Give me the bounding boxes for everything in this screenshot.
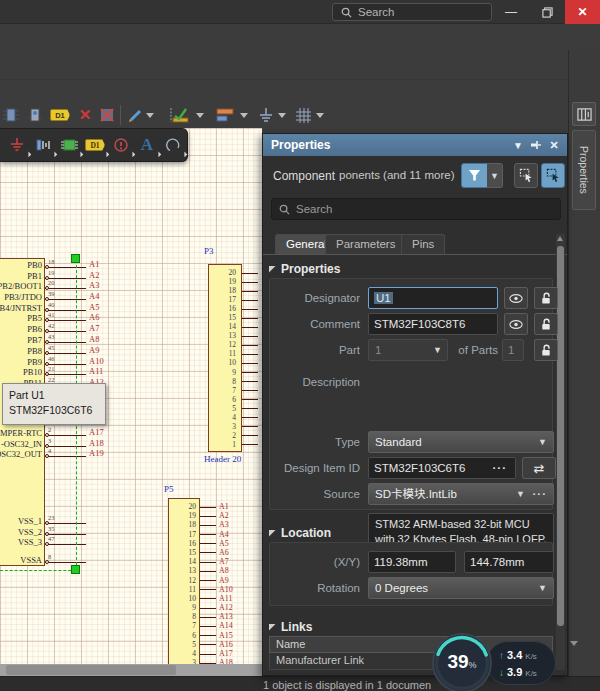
scrollbar-thumb[interactable] <box>6 665 176 675</box>
sheet-symbol-icon[interactable] <box>214 105 236 125</box>
filter-button[interactable] <box>461 163 488 188</box>
p3-pin-row[interactable]: 18 <box>208 286 262 295</box>
p5-pin-row[interactable]: 10 A11 <box>168 594 262 603</box>
network-speed-pill[interactable]: ↑ 3.4 K/s ↓ 3.9 K/s <box>486 641 556 685</box>
p3-pin-row[interactable]: 17 <box>208 295 262 304</box>
panel-close-icon[interactable]: ✕ <box>547 138 561 152</box>
p5-pin-row[interactable]: 7 A14 <box>168 621 262 630</box>
selection-handle[interactable] <box>71 565 80 574</box>
p5-pin-row[interactable]: 16 A5 <box>168 539 262 548</box>
design-item-id-input[interactable]: STM32F103C6T6 ··· <box>368 457 516 479</box>
panels-icon[interactable] <box>572 102 596 126</box>
y-input[interactable]: 144.78mm <box>464 551 554 573</box>
p3-pin-row[interactable]: 1 <box>208 440 262 449</box>
p3-pin-row[interactable]: 15 <box>208 313 262 322</box>
wire-caret-icon[interactable] <box>146 105 154 125</box>
part-icon[interactable] <box>56 132 82 158</box>
battery-icon[interactable] <box>30 132 56 158</box>
part-b-icon[interactable] <box>26 105 44 125</box>
p5-connector[interactable]: P5 20 A1 19 A2 <box>156 484 262 664</box>
measure-caret-icon[interactable] <box>196 105 204 125</box>
grid-caret-icon[interactable] <box>316 105 324 125</box>
panel-header[interactable]: Properties ▼ ✕ <box>263 134 567 156</box>
p3-pin-row[interactable]: 19 <box>208 277 262 286</box>
swap-variant-button[interactable]: ⇄ <box>522 457 556 479</box>
u1-pin-row[interactable]: VSS_3 47 <box>0 537 130 548</box>
part-lock-button[interactable] <box>534 339 558 361</box>
scope-label[interactable]: ponents (and 11 more) <box>339 169 455 181</box>
designator-input[interactable]: U1 <box>368 287 498 309</box>
panel-menu-caret-icon[interactable]: ▼ <box>511 138 525 152</box>
p5-pin-row[interactable]: 17 A4 <box>168 530 262 539</box>
designator-d1-icon[interactable]: D1 <box>48 105 72 125</box>
p5-pin-row[interactable]: 4 A17 <box>168 649 262 658</box>
p3-connector[interactable]: P3 20 19 18 <box>196 246 262 460</box>
selection-handle[interactable] <box>71 254 80 263</box>
p5-pin-row[interactable]: 9 A12 <box>168 603 262 612</box>
text-string-icon[interactable]: A <box>134 132 160 158</box>
p3-pin-row[interactable]: 10 <box>208 358 262 367</box>
p3-pin-row[interactable]: 13 <box>208 331 262 340</box>
p3-pin-row[interactable]: 2 <box>208 431 262 440</box>
close-button[interactable]: ✕ <box>565 0 600 24</box>
p5-pin-row[interactable]: 12 A9 <box>168 576 262 585</box>
designator-visibility-button[interactable] <box>504 287 528 309</box>
p3-pin-row[interactable]: 14 <box>208 322 262 331</box>
p3-pin-row[interactable]: 6 <box>208 395 262 404</box>
gnd-power-port-icon[interactable] <box>4 132 30 158</box>
p5-pin-row[interactable]: 19 A2 <box>168 511 262 520</box>
p5-pin-row[interactable]: 14 A7 <box>168 557 262 566</box>
rail-dropdown-caret-icon[interactable] <box>570 641 578 646</box>
type-dropdown[interactable]: Standard ▼ <box>368 431 554 453</box>
section-links[interactable]: Links <box>269 620 312 634</box>
p5-pin-row[interactable]: 13 A8 <box>168 566 262 575</box>
p5-pin-row[interactable]: 6 A15 <box>168 631 262 640</box>
grid-icon[interactable] <box>292 105 314 125</box>
horizontal-scrollbar[interactable] <box>0 664 262 676</box>
p3-pin-row[interactable]: 9 <box>208 368 262 377</box>
p5-pin-row[interactable]: 8 A13 <box>168 612 262 621</box>
p5-pin-row[interactable]: 15 A6 <box>168 548 262 557</box>
p3-pin-row[interactable]: 4 <box>208 413 262 422</box>
panel-pin-icon[interactable] <box>529 138 543 152</box>
arc-icon[interactable] <box>160 132 186 158</box>
scrollbar-thumb[interactable] <box>557 246 564 626</box>
rotation-dropdown[interactable]: 0 Degrees ▼ <box>368 577 554 599</box>
sheet-caret-icon[interactable] <box>240 105 248 125</box>
restore-button[interactable] <box>530 0 564 24</box>
section-location[interactable]: Location <box>269 526 331 540</box>
p3-pin-row[interactable]: 12 <box>208 340 262 349</box>
p5-pin-row[interactable]: 18 A3 <box>168 520 262 529</box>
u1-pin-row[interactable]: VSSA 8 <box>0 555 130 566</box>
measure-icon[interactable] <box>168 105 192 125</box>
p3-pin-row[interactable]: 20 <box>208 268 262 277</box>
global-search-input[interactable]: Search <box>332 3 492 21</box>
designator-lock-button[interactable] <box>534 287 558 309</box>
comment-input[interactable]: STM32F103C8T6 <box>368 313 498 335</box>
scroll-up-icon[interactable] <box>557 236 563 241</box>
tab-pins[interactable]: Pins <box>401 234 445 255</box>
p3-pin-row[interactable]: 7 <box>208 386 262 395</box>
no-erc-cross-icon[interactable] <box>98 105 116 125</box>
designator-d1-icon[interactable]: D1 <box>82 132 108 158</box>
filter-caret-button[interactable]: ▼ <box>487 163 503 188</box>
usage-gauge-widget[interactable]: 39% <box>430 631 494 691</box>
minimize-button[interactable]: — <box>494 0 528 24</box>
p3-pin-row[interactable]: 8 <box>208 377 262 386</box>
no-erc-icon[interactable] <box>108 132 134 158</box>
p3-pin-row[interactable]: 5 <box>208 404 262 413</box>
comment-lock-button[interactable] <box>534 313 558 335</box>
properties-panel-tab[interactable]: Properties <box>572 130 596 210</box>
wire-pencil-icon[interactable] <box>127 105 145 125</box>
u1-pin-row[interactable]: OSC32_OUT 4 A19 <box>0 449 130 460</box>
section-properties[interactable]: Properties <box>269 262 340 276</box>
more-icon[interactable]: ··· <box>493 458 508 478</box>
p5-pin-row[interactable]: 20 A1 <box>168 502 262 511</box>
part-a-icon[interactable] <box>2 105 20 125</box>
p5-pin-row[interactable]: 11 A10 <box>168 585 262 594</box>
panel-search-input[interactable]: Search <box>271 198 561 220</box>
schematic-canvas[interactable]: D1 A PB0 18 <box>0 128 262 664</box>
power-caret-icon[interactable] <box>278 105 286 125</box>
comment-visibility-button[interactable] <box>504 313 528 335</box>
p5-pin-row[interactable]: 5 A16 <box>168 640 262 649</box>
